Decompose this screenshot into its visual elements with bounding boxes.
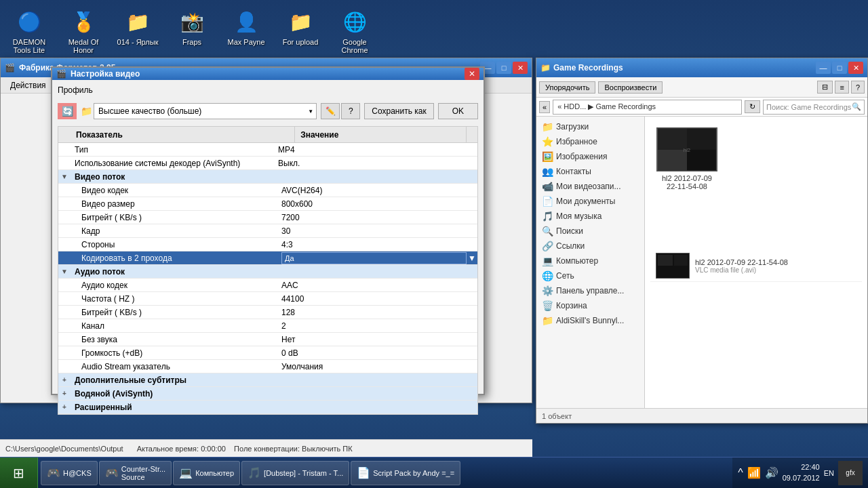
statusbar-text: C:\Users\google\Documents\Output <box>5 445 123 453</box>
tray-network-icon[interactable]: 📶 <box>747 466 761 479</box>
save-as-btn[interactable]: Сохранить как <box>364 103 433 119</box>
section-collapse-btn[interactable]: + <box>58 403 71 411</box>
profile-refresh-icon[interactable]: 🔄 <box>58 103 77 119</box>
table-row[interactable]: Громкость (+dB) 0 dB <box>58 346 477 360</box>
toolbar-organize-btn[interactable]: Упорядочить <box>539 81 595 94</box>
taskbar-item-scripts[interactable]: 📄 Script Pack by Andy =_= <box>351 461 460 485</box>
view-detail-btn[interactable]: ≡ <box>835 81 848 94</box>
tray-time: 22:40 <box>783 462 820 472</box>
row-value-input[interactable] <box>281 252 467 264</box>
file-list-item[interactable]: hl2 2012-07-09 22-11-54-08 VLC media fil… <box>650 250 862 282</box>
dialog-title: Настройка видео <box>71 69 140 79</box>
tray-corner-icon[interactable]: gfx <box>838 461 863 485</box>
section-collapse-btn[interactable]: + <box>58 390 71 397</box>
sidebar-item-computer[interactable]: 💻 Компьютер <box>536 253 644 268</box>
explorer-minimize-btn[interactable]: — <box>816 62 831 74</box>
search-icon[interactable]: 🔍 <box>852 102 861 111</box>
sidebar-label: Сеть <box>556 271 574 281</box>
address-path-display[interactable]: « HDD... ▶ Game Recordings <box>553 100 742 115</box>
table-row[interactable]: Без звука Нет <box>58 333 477 346</box>
section-collapse-btn[interactable]: + <box>58 376 71 384</box>
table-row-section[interactable]: + Водяной (AviSynth) <box>58 387 477 401</box>
start-button[interactable]: ⊞ <box>0 458 38 488</box>
profile-row: 🔄 📁 Высшее качество (больше) ✏️ ? Сохран… <box>58 100 478 122</box>
table-row-section[interactable]: + Дополнительные субтитры <box>58 373 477 387</box>
settings-table: Показатель Значение Тип MP4 Использовани… <box>58 126 478 415</box>
sidebar-item-mymusic[interactable]: 🎵 Моя музыка <box>536 209 644 224</box>
sidebar-item-controlpanel[interactable]: ⚙️ Панель управле... <box>536 283 644 298</box>
table-row[interactable]: Тип MP4 <box>58 143 477 157</box>
hacks-icon: 🎮 <box>47 466 60 479</box>
table-row[interactable]: Битрейт ( KB/s ) 7200 <box>58 211 477 224</box>
desktop-icon-daemon[interactable]: 🔵 DAEMON Tools Lite <box>5 5 53 57</box>
ok-btn[interactable]: OK <box>438 103 478 119</box>
dialog-close-btn[interactable]: ✕ <box>465 68 479 80</box>
profile-folder-icon: 📁 <box>81 106 92 117</box>
desktop-icon-maxpayne[interactable]: 👤 Max Payne <box>222 5 270 57</box>
table-row[interactable]: Битрейт ( KB/s ) 128 <box>58 306 477 319</box>
sidebar-item-downloads[interactable]: 📁 Загрузки <box>536 119 644 134</box>
table-row[interactable]: Канал 2 <box>58 319 477 333</box>
table-row-section[interactable]: ▼ Аудио поток <box>58 265 477 279</box>
help-btn[interactable]: ? <box>851 81 865 94</box>
row-dropdown-btn[interactable]: ▼ <box>468 253 476 263</box>
taskbar-item-hacks[interactable]: 🎮 H@CKS <box>41 461 98 485</box>
table-row[interactable]: Видео размер 800x600 <box>58 197 477 211</box>
sidebar-item-contacts[interactable]: 👥 Контакты <box>536 164 644 179</box>
main-maximize-btn[interactable]: □ <box>496 62 511 74</box>
sidebar-item-favorites[interactable]: ⭐ Избранное <box>536 134 644 149</box>
sidebar-item-images[interactable]: 🖼️ Изображения <box>536 149 644 164</box>
desktop-icon-medal[interactable]: 🏅 Medal Of Honor <box>60 5 107 57</box>
mymusic-icon: 🎵 <box>542 211 553 222</box>
table-row[interactable]: Использование системы декодер (AviSynth)… <box>58 157 477 170</box>
tray-clock[interactable]: 22:40 09.07.2012 <box>783 462 820 483</box>
row-name: Без звука <box>71 333 277 346</box>
table-row[interactable]: Аудио кодек AAC <box>58 279 477 292</box>
search-folder-icon: 🔍 <box>542 226 553 237</box>
sidebar-item-trash[interactable]: 🗑️ Корзина <box>536 298 644 313</box>
sidebar-label: Панель управле... <box>556 286 624 296</box>
view-toggle-btn[interactable]: ⊟ <box>817 81 833 94</box>
search-box[interactable]: Поиск: Game Recordings 🔍 <box>763 100 865 115</box>
table-row[interactable]: Частота ( HZ ) 44100 <box>58 292 477 306</box>
profile-edit-btn[interactable]: ✏️ <box>321 103 340 119</box>
tray-volume-icon[interactable]: 🔊 <box>765 466 778 479</box>
back-btn[interactable]: « <box>539 101 550 113</box>
table-row[interactable]: Audio Stream указатель Умолчания <box>58 360 477 373</box>
taskbar-item-css[interactable]: 🎮 Counter-Str...Source <box>99 461 172 485</box>
explorer-maximize-btn[interactable]: □ <box>832 62 847 74</box>
table-row[interactable]: Кадр 30 <box>58 224 477 238</box>
table-row-highlighted[interactable]: Кодировать в 2 прохода ▼ <box>58 251 477 265</box>
explorer-close-btn[interactable]: ✕ <box>848 62 863 74</box>
sidebar-item-myvideos[interactable]: 📹 Мои видеозапи... <box>536 179 644 194</box>
taskbar-item-computer[interactable]: 💻 Компьютер <box>173 461 240 485</box>
sidebar-item-aldiskill[interactable]: 📁 AldiSkill's Bunnyl... <box>536 313 644 328</box>
profile-dropdown[interactable]: Высшее качество (больше) <box>94 103 317 119</box>
sidebar-item-mydocs[interactable]: 📄 Мои документы <box>536 194 644 209</box>
sidebar-item-network[interactable]: 🌐 Сеть <box>536 268 644 283</box>
table-row[interactable]: Видео кодек AVC(H264) <box>58 184 477 197</box>
desktop-icon-014[interactable]: 📁 014 - Ярлык <box>114 5 161 57</box>
menu-actions[interactable]: Действия <box>5 81 52 90</box>
section-collapse-btn[interactable]: ▼ <box>58 268 71 275</box>
row-value-area[interactable]: ▼ <box>280 252 477 264</box>
tray-arrow[interactable]: ^ <box>738 467 743 479</box>
taskbar-item-dubstep[interactable]: 🎵 [Dubstep] - Tristam - T... <box>241 461 349 485</box>
table-row-section[interactable]: ▼ Видео поток <box>58 170 477 184</box>
tray-lang[interactable]: EN <box>824 469 834 477</box>
desktop-icon-fraps[interactable]: 📸 Fraps <box>168 5 216 57</box>
table-row-section[interactable]: + Расширенный <box>58 401 477 414</box>
table-row[interactable]: Стороны 4:3 <box>58 238 477 251</box>
sidebar-item-search[interactable]: 🔍 Поиски <box>536 224 644 239</box>
main-close-btn[interactable]: ✕ <box>513 62 528 74</box>
toolbar-play-btn[interactable]: Воспроизвести <box>598 81 663 94</box>
section-collapse-btn[interactable]: ▼ <box>58 173 71 180</box>
sidebar-item-links[interactable]: 🔗 Ссылки <box>536 239 644 253</box>
profile-help-btn[interactable]: ? <box>341 103 360 119</box>
row-value: Нет <box>277 333 477 346</box>
desktop-icon-upload[interactable]: 📁 For upload <box>277 5 324 57</box>
refresh-btn[interactable]: ↻ <box>745 100 760 113</box>
taskbar-items: 🎮 H@CKS 🎮 Counter-Str...Source 💻 Компьют… <box>38 458 732 488</box>
desktop-icon-chrome[interactable]: 🌐 Google Chrome <box>331 5 378 57</box>
file-thumbnail[interactable]: hl2 hl2 2012-07-0922-11-54-08 <box>653 125 721 193</box>
